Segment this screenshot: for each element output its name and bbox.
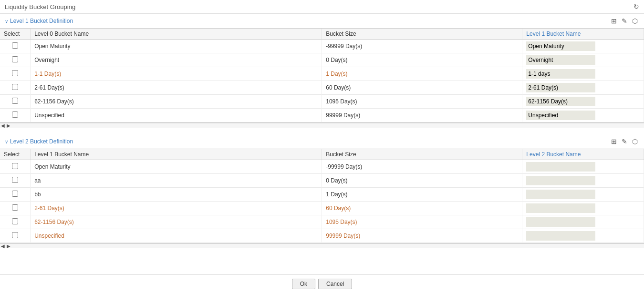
section1-scrollbar[interactable]: ◀ ▶ xyxy=(0,123,644,128)
select-cell xyxy=(0,95,31,109)
level2-input[interactable] xyxy=(526,176,595,185)
scroll-right-2[interactable]: ▶ xyxy=(6,243,11,249)
edit-icon-2[interactable]: ✎ xyxy=(620,137,629,146)
ok-button[interactable]: Ok xyxy=(292,279,315,289)
section1-header: ∨ Level 1 Bucket Definition ⊞ ✎ ⬡ xyxy=(0,14,644,28)
level2-name-cell[interactable] xyxy=(522,160,644,174)
row-checkbox[interactable] xyxy=(12,42,18,49)
table-row: 62-1156 Day(s)1095 Day(s) xyxy=(0,215,644,229)
section2-chevron[interactable]: ∨ xyxy=(5,139,8,144)
row-checkbox[interactable] xyxy=(12,204,18,211)
page-title: Liquidity Bucket Grouping xyxy=(5,3,75,10)
col-header-level1: Level 1 Bucket Name xyxy=(522,29,644,40)
size-cell: 1095 Day(s) xyxy=(322,215,522,229)
size-cell: 1095 Day(s) xyxy=(322,95,522,109)
grid-icon[interactable]: ⊞ xyxy=(610,17,618,25)
row-checkbox[interactable] xyxy=(12,56,18,62)
level2-name-cell[interactable] xyxy=(522,174,644,188)
row-checkbox[interactable] xyxy=(12,98,18,104)
size-cell: -99999 Day(s) xyxy=(322,40,522,53)
section1-table: Select Level 0 Bucket Name Bucket Size L… xyxy=(0,29,644,122)
select-cell xyxy=(0,40,31,53)
level0-cell: Open Maturity xyxy=(31,40,322,53)
size-cell: 99999 Day(s) xyxy=(322,109,522,122)
section1-title: ∨ Level 1 Bucket Definition xyxy=(5,18,73,24)
level1-name-cell[interactable] xyxy=(522,95,644,109)
section2-label: Level 2 Bucket Definition xyxy=(10,138,73,145)
cancel-button[interactable]: Cancel xyxy=(318,279,352,289)
select-cell xyxy=(0,215,31,229)
size-cell: -99999 Day(s) xyxy=(322,160,522,174)
section1-label: Level 1 Bucket Definition xyxy=(10,18,73,24)
level1-name-cell[interactable] xyxy=(522,40,644,53)
level1-input[interactable] xyxy=(526,83,595,92)
level1-cell: Open Maturity xyxy=(31,160,322,174)
level2-name-cell[interactable] xyxy=(522,215,644,229)
size-cell: 99999 Day(s) xyxy=(322,229,522,243)
select-cell xyxy=(0,174,31,188)
level2-name-cell[interactable] xyxy=(522,188,644,202)
col-header-size-2: Bucket Size xyxy=(322,149,522,160)
row-checkbox[interactable] xyxy=(12,177,18,183)
level1-name-cell[interactable] xyxy=(522,109,644,122)
level1-cell: aa xyxy=(31,174,322,188)
level2-input[interactable] xyxy=(526,190,595,199)
section2-scrollbar[interactable]: ◀ ▶ xyxy=(0,243,644,248)
footer: Ok Cancel xyxy=(0,274,644,293)
level0-cell: 62-1156 Day(s) xyxy=(31,95,322,109)
table-row: 1-1 Day(s)1 Day(s) xyxy=(0,67,644,81)
select-cell xyxy=(0,81,31,95)
level1-name-cell[interactable] xyxy=(522,67,644,81)
select-cell xyxy=(0,188,31,202)
page-header: Liquidity Bucket Grouping ↻ xyxy=(0,0,644,14)
level2-input[interactable] xyxy=(526,231,595,241)
level1-cell: bb xyxy=(31,188,322,202)
scroll-right-1[interactable]: ▶ xyxy=(6,123,11,128)
export-icon[interactable]: ⬡ xyxy=(631,17,639,25)
level0-cell: 2-61 Day(s) xyxy=(31,81,322,95)
level1-input[interactable] xyxy=(526,41,595,51)
level1-name-cell[interactable] xyxy=(522,53,644,67)
level2-name-cell[interactable] xyxy=(522,202,644,215)
row-checkbox[interactable] xyxy=(12,111,18,118)
level0-cell: 1-1 Day(s) xyxy=(31,67,322,81)
section1-grid: Select Level 0 Bucket Name Bucket Size L… xyxy=(0,28,644,123)
select-cell xyxy=(0,53,31,67)
edit-icon[interactable]: ✎ xyxy=(620,17,629,25)
row-checkbox[interactable] xyxy=(12,191,18,197)
row-checkbox[interactable] xyxy=(12,163,18,169)
section2-header: ∨ Level 2 Bucket Definition ⊞ ✎ ⬡ xyxy=(0,134,644,149)
section1: ∨ Level 1 Bucket Definition ⊞ ✎ ⬡ Select… xyxy=(0,14,644,131)
level1-cell: Unspecified xyxy=(31,229,322,243)
section2-title: ∨ Level 2 Bucket Definition xyxy=(5,138,73,145)
level1-name-cell[interactable] xyxy=(522,81,644,95)
level0-cell: Overnight xyxy=(31,53,322,67)
level1-input[interactable] xyxy=(526,69,595,79)
level2-input[interactable] xyxy=(526,203,595,213)
section1-chevron[interactable]: ∨ xyxy=(5,19,8,24)
level1-input[interactable] xyxy=(526,55,595,65)
table-row: Overnight0 Day(s) xyxy=(0,53,644,67)
row-checkbox[interactable] xyxy=(12,232,18,238)
table-row: Unspecified99999 Day(s) xyxy=(0,109,644,122)
row-checkbox[interactable] xyxy=(12,84,18,90)
refresh-icon[interactable]: ↻ xyxy=(634,3,639,10)
grid-icon-2[interactable]: ⊞ xyxy=(610,137,618,146)
size-cell: 1 Day(s) xyxy=(322,67,522,81)
size-cell: 60 Day(s) xyxy=(322,81,522,95)
scroll-left-2[interactable]: ◀ xyxy=(0,243,6,249)
section2-grid: Select Level 1 Bucket Name Bucket Size L… xyxy=(0,149,644,243)
level2-input[interactable] xyxy=(526,162,595,172)
scroll-left-1[interactable]: ◀ xyxy=(0,123,6,128)
section2-table: Select Level 1 Bucket Name Bucket Size L… xyxy=(0,149,644,243)
export-icon-2[interactable]: ⬡ xyxy=(631,137,639,146)
row-checkbox[interactable] xyxy=(12,70,18,76)
size-cell: 1 Day(s) xyxy=(322,188,522,202)
table-row: 2-61 Day(s)60 Day(s) xyxy=(0,81,644,95)
level2-input[interactable] xyxy=(526,217,595,227)
table-row: Open Maturity-99999 Day(s) xyxy=(0,160,644,174)
row-checkbox[interactable] xyxy=(12,218,18,224)
level1-input[interactable] xyxy=(526,111,595,120)
level2-name-cell[interactable] xyxy=(522,229,644,243)
level1-input[interactable] xyxy=(526,97,595,106)
